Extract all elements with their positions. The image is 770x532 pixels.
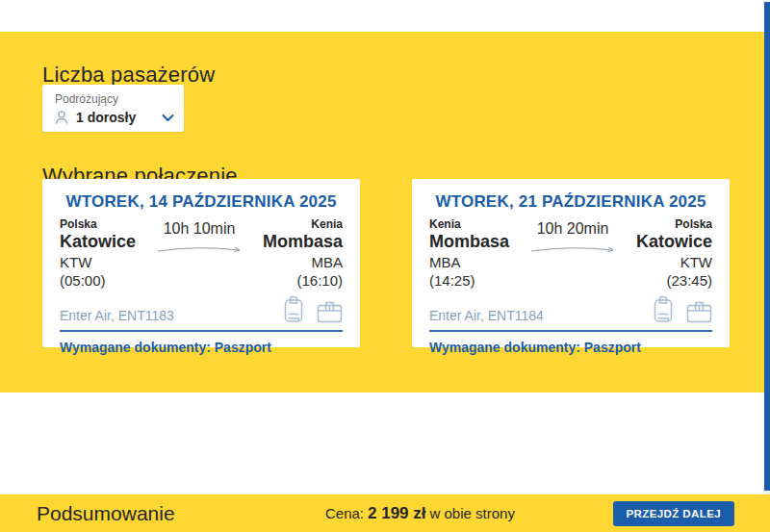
- departure-country: Kenia: [429, 218, 509, 231]
- traveler-dropdown[interactable]: Podróżujący 1 dorosły: [42, 85, 184, 132]
- arrival-country: Kenia: [263, 218, 343, 231]
- backpack-icon: [652, 295, 675, 327]
- departure-info: Kenia Mombasa MBA (14:25): [429, 218, 509, 290]
- flight-duration-block: 10h 10min: [156, 220, 243, 290]
- arrival-airport-code: KTW: [636, 255, 712, 271]
- flight-duration: 10h 20min: [537, 220, 609, 238]
- arrival-info: Polska Katowice KTW (23:45): [636, 218, 712, 290]
- baggage-icons: [652, 295, 712, 327]
- card-divider: [429, 330, 712, 332]
- scrollbar-track[interactable]: [764, 0, 770, 494]
- scrollbar-thumb[interactable]: [764, 2, 770, 491]
- departure-airport-code: MBA: [429, 255, 509, 271]
- departure-time: (14:25): [429, 273, 509, 290]
- top-white-bar: [0, 0, 770, 32]
- arrival-time: (23:45): [636, 273, 712, 290]
- booking-page: Liczba pasażerów Podróżujący 1 dorosły W…: [0, 0, 770, 532]
- departure-city: Mombasa: [429, 232, 509, 251]
- airline-row: Enter Air, ENT1184: [429, 298, 712, 327]
- flight-date: WTOREK, 21 PAŹDZIERNIKA 2025: [429, 192, 712, 212]
- summary-title: Podsumowanie: [37, 502, 175, 525]
- departure-country: Polska: [60, 218, 136, 231]
- arrival-info: Kenia Mombasa MBA (16:10): [263, 218, 343, 290]
- departure-city: Katowice: [60, 232, 136, 251]
- proceed-button[interactable]: PRZEJDŹ DALEJ: [613, 501, 735, 526]
- flight-route: Polska Katowice KTW (05:00) 10h 10min Ke…: [60, 218, 343, 290]
- traveler-dropdown-value: 1 dorosły: [76, 110, 136, 125]
- flight-date: WTOREK, 14 PAŹDZIERNIKA 2025: [60, 192, 343, 212]
- arrival-country: Polska: [636, 218, 712, 231]
- airline-flight-number: Enter Air, ENT1183: [60, 308, 174, 327]
- traveler-dropdown-label: Podróżujący: [55, 92, 118, 106]
- arrival-airport-code: MBA: [263, 255, 343, 271]
- chevron-down-icon: [162, 114, 174, 122]
- price-suffix: w obie strony: [430, 505, 515, 521]
- flight-card-outbound: WTOREK, 14 PAŹDZIERNIKA 2025 Polska Kato…: [42, 179, 360, 347]
- flight-duration: 10h 10min: [164, 220, 236, 238]
- person-icon: [54, 110, 69, 125]
- arrival-city: Mombasa: [263, 232, 343, 251]
- flight-arc-arrow-icon: [156, 241, 243, 258]
- price-label: Cena:: [325, 505, 364, 521]
- summary-bar: Podsumowanie Cena: 2 199 zł w obie stron…: [0, 494, 770, 532]
- price-value: 2 199 zł: [368, 504, 426, 523]
- baggage-icons: [282, 295, 343, 327]
- flight-arc-arrow-icon: [529, 241, 616, 258]
- backpack-icon: [282, 295, 305, 327]
- luggage-icon: [317, 300, 343, 327]
- price-summary: Cena: 2 199 zł w obie strony: [325, 504, 515, 523]
- flight-card-return: WTOREK, 21 PAŹDZIERNIKA 2025 Kenia Momba…: [412, 179, 730, 347]
- departure-airport-code: KTW: [60, 255, 136, 271]
- departure-info: Polska Katowice KTW (05:00): [60, 218, 136, 290]
- selection-section: Liczba pasażerów Podróżujący 1 dorosły W…: [0, 32, 770, 393]
- luggage-icon: [686, 300, 712, 327]
- required-documents: Wymagane dokumenty: Paszport: [429, 340, 712, 355]
- flight-route: Kenia Mombasa MBA (14:25) 10h 20min Pols…: [429, 218, 712, 290]
- traveler-dropdown-value-row: 1 dorosły: [54, 110, 174, 125]
- arrival-city: Katowice: [636, 232, 712, 251]
- card-divider: [60, 330, 343, 332]
- flight-duration-block: 10h 20min: [529, 220, 616, 290]
- departure-time: (05:00): [60, 273, 136, 290]
- airline-row: Enter Air, ENT1183: [60, 298, 343, 327]
- airline-flight-number: Enter Air, ENT1184: [429, 308, 544, 327]
- required-documents: Wymagane dokumenty: Paszport: [60, 340, 343, 355]
- arrival-time: (16:10): [263, 273, 343, 290]
